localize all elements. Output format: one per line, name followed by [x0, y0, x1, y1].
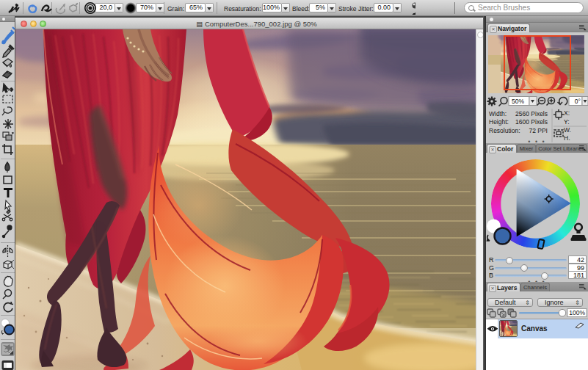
svg-text:1600 Pixels: 1600 Pixels — [515, 118, 548, 126]
svg-text:72 PPI: 72 PPI — [529, 127, 548, 134]
svg-text:100%: 100% — [569, 309, 585, 316]
svg-text:X:: X: — [564, 109, 570, 117]
svg-text:0°: 0° — [575, 98, 581, 105]
svg-text:W.: W. — [564, 126, 571, 134]
svg-text:Y:: Y: — [564, 118, 570, 126]
svg-text:2560 Pixels: 2560 Pixels — [515, 110, 548, 117]
svg-text:50%: 50% — [512, 98, 524, 105]
svg-text:Width:: Width: — [489, 110, 507, 117]
svg-text:Height:: Height: — [489, 118, 509, 126]
svg-text:Resolution:: Resolution: — [489, 127, 520, 134]
